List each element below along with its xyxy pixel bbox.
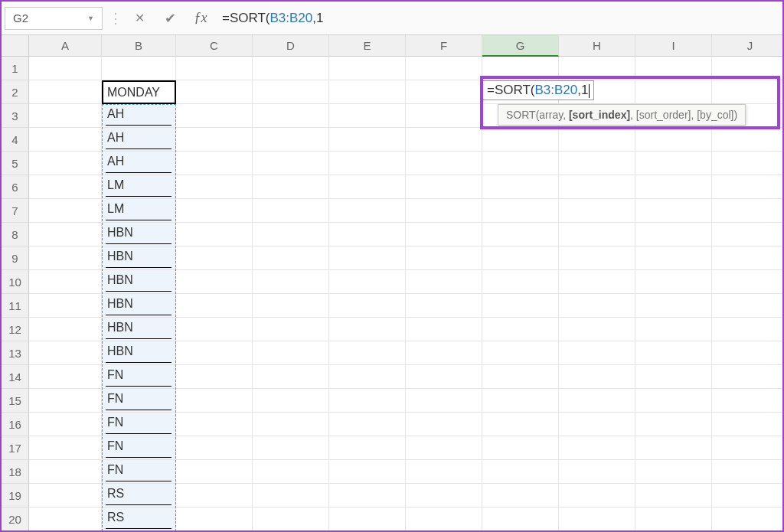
- cell-A8[interactable]: [29, 223, 102, 246]
- cell-J16[interactable]: [712, 413, 782, 436]
- cell-C8[interactable]: [176, 223, 253, 246]
- cell-G18[interactable]: [482, 460, 559, 484]
- cell-H8[interactable]: [559, 223, 635, 246]
- cell-G1[interactable]: [482, 57, 559, 80]
- fx-icon[interactable]: ƒx: [185, 10, 216, 26]
- cell-H20[interactable]: [559, 508, 635, 531]
- cell-I12[interactable]: [635, 318, 712, 341]
- row-header-5[interactable]: 5: [2, 152, 29, 175]
- cell-A10[interactable]: [29, 270, 102, 294]
- cell-E15[interactable]: [329, 389, 406, 413]
- col-header-J[interactable]: J: [712, 35, 782, 57]
- cell-H5[interactable]: [559, 152, 635, 175]
- cell-B7[interactable]: LM: [102, 199, 176, 223]
- cell-A14[interactable]: [29, 365, 102, 389]
- cell-F13[interactable]: [406, 341, 482, 365]
- row-header-20[interactable]: 20: [2, 508, 29, 531]
- cell-B11[interactable]: HBN: [102, 294, 176, 318]
- cell-H18[interactable]: [559, 460, 635, 484]
- cell-A9[interactable]: [29, 246, 102, 270]
- cell-F6[interactable]: [406, 175, 482, 199]
- cell-A6[interactable]: [29, 175, 102, 199]
- cell-F5[interactable]: [406, 152, 482, 175]
- cell-B9[interactable]: HBN: [102, 246, 176, 270]
- cell-D17[interactable]: [253, 436, 329, 460]
- cell-I20[interactable]: [635, 508, 712, 531]
- cell-C6[interactable]: [176, 175, 253, 199]
- cell-F3[interactable]: [406, 104, 482, 128]
- row-header-9[interactable]: 9: [2, 246, 29, 270]
- cancel-icon[interactable]: ✕: [124, 11, 155, 25]
- cell-H17[interactable]: [559, 436, 635, 460]
- cell-J11[interactable]: [712, 294, 782, 318]
- col-header-F[interactable]: F: [406, 35, 482, 57]
- cell-G12[interactable]: [482, 318, 559, 341]
- cell-D5[interactable]: [253, 152, 329, 175]
- cell-J5[interactable]: [712, 152, 782, 175]
- cell-B10[interactable]: HBN: [102, 270, 176, 294]
- cell-E14[interactable]: [329, 365, 406, 389]
- cell-E9[interactable]: [329, 246, 406, 270]
- cell-F8[interactable]: [406, 223, 482, 246]
- cell-E16[interactable]: [329, 413, 406, 436]
- cell-I11[interactable]: [635, 294, 712, 318]
- cell-D18[interactable]: [253, 460, 329, 484]
- cell-B16[interactable]: FN: [102, 413, 176, 436]
- cell-B6[interactable]: LM: [102, 175, 176, 199]
- cell-D10[interactable]: [253, 270, 329, 294]
- row-header-8[interactable]: 8: [2, 223, 29, 246]
- row-header-11[interactable]: 11: [2, 294, 29, 318]
- cell-H11[interactable]: [559, 294, 635, 318]
- cell-J19[interactable]: [712, 484, 782, 508]
- col-header-H[interactable]: H: [559, 35, 635, 57]
- cell-I13[interactable]: [635, 341, 712, 365]
- cell-F10[interactable]: [406, 270, 482, 294]
- cell-G16[interactable]: [482, 413, 559, 436]
- cells-area[interactable]: MONDAY AH AH AH LM LM HBN HBN HBN HBN HB…: [29, 57, 782, 532]
- cell-G20[interactable]: [482, 508, 559, 531]
- cell-I14[interactable]: [635, 365, 712, 389]
- cell-J18[interactable]: [712, 460, 782, 484]
- cell-B1[interactable]: [102, 57, 176, 80]
- row-header-2[interactable]: 2: [2, 80, 29, 104]
- cell-I4[interactable]: [635, 128, 712, 152]
- row-header-19[interactable]: 19: [2, 484, 29, 508]
- cell-B15[interactable]: FN: [102, 389, 176, 413]
- cell-C18[interactable]: [176, 460, 253, 484]
- cell-H9[interactable]: [559, 246, 635, 270]
- col-header-D[interactable]: D: [253, 35, 329, 57]
- cell-E8[interactable]: [329, 223, 406, 246]
- cell-B12[interactable]: HBN: [102, 318, 176, 341]
- cell-C20[interactable]: [176, 508, 253, 531]
- cell-E20[interactable]: [329, 508, 406, 531]
- col-header-E[interactable]: E: [329, 35, 406, 57]
- cell-B3[interactable]: AH: [102, 104, 176, 128]
- cell-B13[interactable]: HBN: [102, 341, 176, 365]
- cell-C4[interactable]: [176, 128, 253, 152]
- cell-E3[interactable]: [329, 104, 406, 128]
- cell-F4[interactable]: [406, 128, 482, 152]
- cell-G6[interactable]: [482, 175, 559, 199]
- cell-D13[interactable]: [253, 341, 329, 365]
- cell-A11[interactable]: [29, 294, 102, 318]
- cell-F11[interactable]: [406, 294, 482, 318]
- cell-C15[interactable]: [176, 389, 253, 413]
- cell-C1[interactable]: [176, 57, 253, 80]
- cell-F15[interactable]: [406, 389, 482, 413]
- row-header-17[interactable]: 17: [2, 436, 29, 460]
- cell-G13[interactable]: [482, 341, 559, 365]
- cell-C9[interactable]: [176, 246, 253, 270]
- cell-D16[interactable]: [253, 413, 329, 436]
- cell-A5[interactable]: [29, 152, 102, 175]
- cell-G4[interactable]: [482, 128, 559, 152]
- cell-H14[interactable]: [559, 365, 635, 389]
- cell-I2[interactable]: [635, 80, 712, 104]
- cell-B5[interactable]: AH: [102, 152, 176, 175]
- cell-C13[interactable]: [176, 341, 253, 365]
- cell-D19[interactable]: [253, 484, 329, 508]
- cell-A7[interactable]: [29, 199, 102, 223]
- row-header-10[interactable]: 10: [2, 270, 29, 294]
- cell-F16[interactable]: [406, 413, 482, 436]
- cell-I18[interactable]: [635, 460, 712, 484]
- row-header-14[interactable]: 14: [2, 365, 29, 389]
